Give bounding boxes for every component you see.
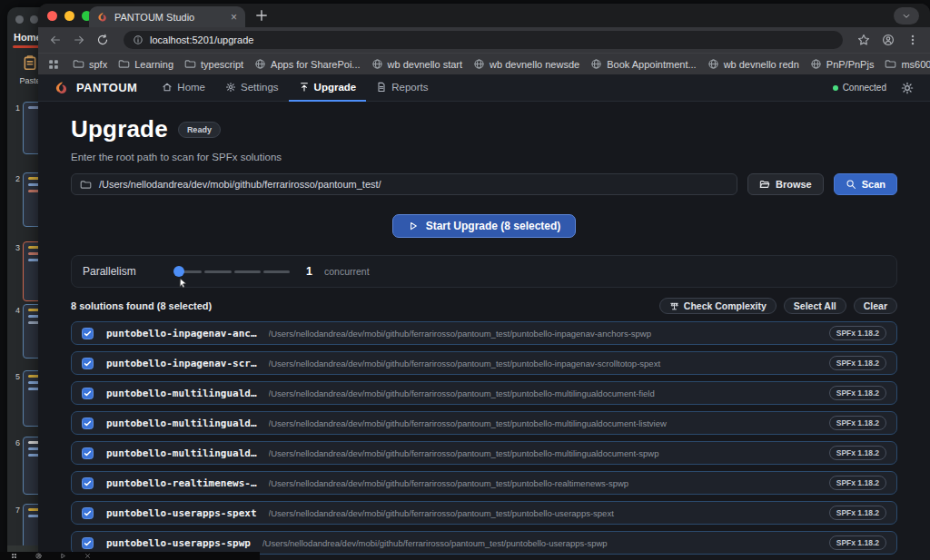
slider-thumb[interactable] <box>173 266 184 277</box>
solution-name: puntobello-inpagenav-anc… <box>106 328 257 339</box>
nav-item-home[interactable]: Home <box>152 74 215 102</box>
globe-icon <box>254 58 266 70</box>
solution-row[interactable]: puntobello-multilinguald…/Users/nellodan… <box>71 381 897 405</box>
spfx-version-badge: SPFx 1.18.2 <box>829 416 886 430</box>
folder-icon <box>885 58 896 70</box>
folder-icon <box>184 58 196 70</box>
solution-checkbox[interactable] <box>82 477 94 489</box>
reload-button[interactable] <box>96 34 109 46</box>
main-content: Upgrade Ready Enter the root path to sca… <box>71 102 897 555</box>
clipboard-icon <box>22 53 38 73</box>
solution-row[interactable]: puntobello-userapps-spext/Users/nellodan… <box>71 501 897 525</box>
window-minimize-button[interactable] <box>30 15 38 24</box>
solution-row[interactable]: puntobello-realtimenews-…/Users/nellodan… <box>71 471 897 495</box>
select-all-button[interactable]: Select All <box>784 298 846 314</box>
solution-checkbox[interactable] <box>82 358 94 369</box>
solutions-summary: 8 solutions found (8 selected) <box>71 300 212 311</box>
clear-button[interactable]: Clear <box>854 298 897 314</box>
tab-strip: PANTOUM Studio × <box>38 4 930 27</box>
theme-toggle-icon[interactable] <box>901 82 914 94</box>
taskbar-icon[interactable] <box>84 553 91 559</box>
parallelism-panel: Parallelism 1 concurrent <box>71 255 897 288</box>
apps-grid-icon[interactable] <box>47 58 60 71</box>
bookmark-item[interactable]: wb devnello newsde <box>468 56 585 72</box>
solution-row[interactable]: puntobello-inpagenav-anc…/Users/nellodan… <box>71 321 897 345</box>
solution-path: /Users/nellodandrea/dev/mobi/github/ferr… <box>269 359 820 368</box>
ppt-home-tab[interactable]: Home <box>14 32 42 43</box>
toolbar-right <box>857 34 919 46</box>
ppt-window-controls[interactable] <box>15 15 38 24</box>
bookmark-item[interactable]: spfx <box>67 56 113 72</box>
globe-icon <box>810 58 822 70</box>
spfx-version-badge: SPFx 1.18.2 <box>829 476 886 490</box>
new-tab-button[interactable] <box>254 8 269 23</box>
bookmarks-bar: spfxLearningtypescriptApps for SharePoi.… <box>38 53 930 74</box>
solution-checkbox[interactable] <box>82 507 94 519</box>
solution-row[interactable]: puntobello-inpagenav-scr…/Users/nellodan… <box>71 351 897 375</box>
scale-icon <box>669 301 679 311</box>
root-path-input[interactable]: /Users/nellodandrea/dev/mobi/github/ferr… <box>71 173 737 195</box>
taskbar-icon[interactable] <box>60 553 66 559</box>
bookmark-item[interactable]: Book Appointment... <box>585 56 701 72</box>
solution-checkbox[interactable] <box>82 537 94 549</box>
solution-checkbox[interactable] <box>82 388 94 399</box>
nav-item-reports[interactable]: Reports <box>366 74 438 102</box>
browser-menu-icon[interactable] <box>906 34 919 46</box>
back-button[interactable] <box>49 34 62 46</box>
app-nav: HomeSettingsUpgradeReports <box>152 74 438 102</box>
bookmark-label: ms600 <box>901 59 930 70</box>
site-info-icon[interactable] <box>133 34 143 45</box>
taskbar-icon[interactable] <box>11 553 17 559</box>
start-upgrade-button[interactable]: Start Upgrade (8 selected) <box>392 214 577 238</box>
check-icon <box>84 389 92 398</box>
solution-path: /Users/nellodandrea/dev/mobi/github/ferr… <box>269 448 820 458</box>
tab-close-icon[interactable]: × <box>231 12 237 23</box>
window-close-button[interactable] <box>47 11 57 21</box>
page-title: Upgrade <box>71 115 168 143</box>
nav-item-upgrade[interactable]: Upgrade <box>289 74 367 102</box>
address-bar[interactable]: localhost:5201/upgrade <box>124 31 843 49</box>
check-complexity-button[interactable]: Check Complexity <box>659 298 777 314</box>
spfx-version-badge: SPFx 1.18.2 <box>829 506 886 520</box>
browser-tab[interactable]: PANTOUM Studio × <box>89 6 245 27</box>
solution-name: puntobello-multilinguald… <box>106 447 257 459</box>
window-close-button[interactable] <box>15 15 24 24</box>
window-minimize-button[interactable] <box>64 11 74 21</box>
taskbar-icon[interactable] <box>35 553 42 559</box>
bookmark-label: wb devnello redn <box>724 59 799 70</box>
mouse-cursor-icon <box>178 277 189 290</box>
taskbar-strip <box>0 552 260 560</box>
spfx-version-badge: SPFx 1.18.2 <box>829 535 886 550</box>
bookmark-item[interactable]: Apps for SharePoi... <box>249 56 365 72</box>
parallelism-label: Parallelism <box>83 265 141 278</box>
bookmark-item[interactable]: PnP/PnPjs <box>805 56 880 72</box>
parallelism-slider[interactable] <box>175 270 290 273</box>
solution-checkbox[interactable] <box>82 328 94 339</box>
bookmark-item[interactable]: wb devnello start <box>366 56 469 72</box>
connection-status: Connected <box>833 83 886 93</box>
url-text: localhost:5201/upgrade <box>150 34 253 45</box>
profile-avatar-icon[interactable] <box>882 34 895 46</box>
bookmark-star-icon[interactable] <box>857 34 870 46</box>
bookmark-item[interactable]: Learning <box>113 56 179 72</box>
scan-button[interactable]: Scan <box>834 173 897 195</box>
spfx-version-badge: SPFx 1.18.2 <box>829 356 886 370</box>
bookmark-label: spfx <box>89 59 107 70</box>
solution-row[interactable]: puntobello-multilinguald…/Users/nellodan… <box>71 411 897 435</box>
solution-name: puntobello-inpagenav-scr… <box>106 358 257 369</box>
solution-path: /Users/nellodandrea/dev/mobi/github/ferr… <box>269 478 820 488</box>
bookmark-item[interactable]: typescript <box>179 56 249 72</box>
solution-name: puntobello-userapps-spwp <box>106 537 251 549</box>
solution-row[interactable]: puntobello-multilinguald…/Users/nellodan… <box>71 441 897 465</box>
bookmark-item[interactable]: wb devnello redn <box>702 56 805 72</box>
slide-number: 1 <box>15 103 20 113</box>
nav-item-settings[interactable]: Settings <box>215 74 289 102</box>
bookmark-item[interactable]: ms600 <box>879 56 930 72</box>
check-icon <box>84 479 92 487</box>
solution-checkbox[interactable] <box>82 447 94 459</box>
tab-search-button[interactable] <box>894 7 919 25</box>
bookmark-label: Apps for SharePoi... <box>271 59 360 70</box>
browse-button[interactable]: Browse <box>747 173 824 195</box>
forward-button[interactable] <box>73 34 85 46</box>
solution-checkbox[interactable] <box>82 418 94 429</box>
